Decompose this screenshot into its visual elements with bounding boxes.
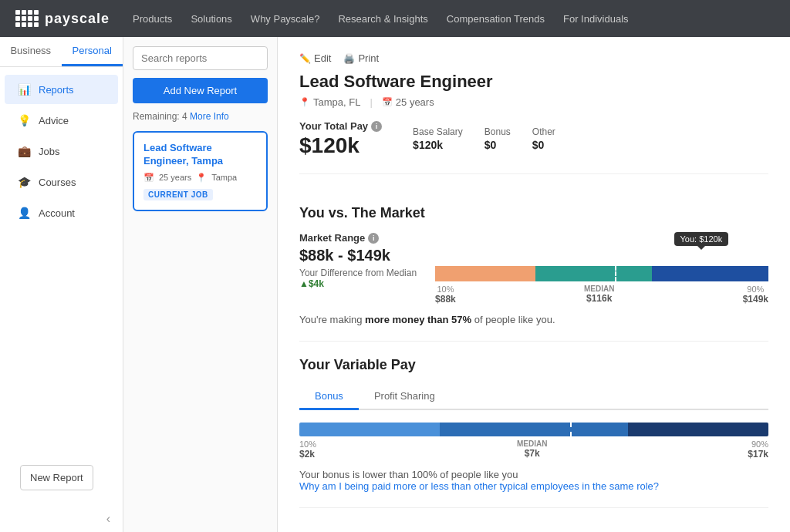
market-worth-title: Your Market Worth Over Time: [299, 514, 768, 532]
nav-items: Products Solutions Why Payscale? Researc…: [133, 13, 628, 25]
top-nav: payscale Products Solutions Why Payscale…: [0, 0, 790, 37]
years-meta: 25 years: [382, 96, 434, 108]
market-bar-area: You: $120k: [435, 232, 768, 305]
bar-label-low: 10% $88k: [435, 285, 456, 305]
edit-link[interactable]: Edit: [299, 52, 331, 64]
add-new-report-button[interactable]: Add New Report: [133, 78, 268, 103]
bonus-summary: Your bonus is lower than 100% of people …: [299, 469, 768, 492]
tab-business[interactable]: Business: [0, 37, 62, 66]
new-report-sidebar-button[interactable]: New Report: [20, 465, 93, 490]
calendar-icon: [382, 97, 393, 107]
sidebar-nav: 📊 Reports 💡 Advice 💼 Jobs 🎓 Courses 👤 Ac…: [0, 67, 123, 457]
logo[interactable]: payscale: [15, 10, 110, 27]
print-icon: [343, 52, 355, 64]
current-job-badge: CURRENT JOB: [143, 189, 213, 200]
bar-segment-high: [652, 266, 768, 281]
bar-tooltip-area: You: $120k: [435, 232, 768, 266]
sidebar-label-advice: Advice: [39, 115, 69, 126]
sidebar-item-advice[interactable]: 💡 Advice: [5, 106, 118, 135]
bonus-label-high: 90% $17k: [748, 439, 768, 460]
nav-products[interactable]: Products: [133, 13, 172, 25]
bonus-segment-high: [628, 423, 768, 436]
bonus-bar-container: 10% $2k MEDIAN $7k 90% $17k: [299, 423, 768, 460]
bonus-link[interactable]: Why am I being paid more or less than ot…: [299, 480, 659, 492]
market-worth-section: Your Market Worth Over Time: [299, 514, 768, 532]
nav-why[interactable]: Why Payscale?: [251, 13, 320, 25]
logo-dots: [15, 10, 39, 27]
market-summary: You're making more money than 57% of peo…: [299, 314, 768, 325]
main-content: Edit Print Lead Software Engineer Tampa,…: [278, 37, 790, 532]
bar-segment-mid: [535, 266, 652, 281]
sidebar-label-account: Account: [39, 207, 75, 219]
sidebar-label-reports: Reports: [39, 84, 74, 96]
bonus-label-low: 10% $2k: [299, 439, 316, 460]
location-meta: Tampa, FL: [299, 96, 360, 108]
report-card-title: Lead Software Engineer, Tampa: [143, 142, 257, 168]
middle-panel: Add New Report Remaining: 4 More Info Le…: [123, 37, 278, 532]
market-section: You vs. The Market Market Range i $88k -…: [299, 190, 768, 342]
nav-solutions[interactable]: Solutions: [191, 13, 231, 25]
sidebar-item-reports[interactable]: 📊 Reports: [5, 75, 118, 104]
market-summary-bold: more money than 57%: [365, 314, 471, 325]
varpay-tab-profit-sharing[interactable]: Profit Sharing: [359, 384, 451, 410]
tab-personal[interactable]: Personal: [62, 37, 123, 66]
reports-icon: 📊: [17, 82, 31, 96]
bonus-segment-low: [299, 423, 440, 436]
report-card[interactable]: Lead Software Engineer, Tampa 📅 25 years…: [133, 131, 268, 211]
report-card-meta: 📅 25 years 📍 Tampa: [143, 173, 257, 183]
content-inner: Edit Print Lead Software Engineer Tampa,…: [278, 37, 790, 532]
varpay-tab-bonus[interactable]: Bonus: [299, 384, 359, 410]
sidebar-item-courses[interactable]: 🎓 Courses: [5, 167, 118, 197]
sidebar-item-jobs[interactable]: 💼 Jobs: [5, 136, 118, 166]
variable-pay-section: Your Variable Pay Bonus Profit Sharing: [299, 342, 768, 508]
report-card-location-icon: 📍: [196, 173, 207, 183]
bar-label-high: 90% $149k: [743, 285, 768, 305]
courses-icon: 🎓: [17, 175, 31, 189]
bar-label-median: MEDIAN $116k: [584, 285, 614, 305]
market-range-value: $88k - $149k: [299, 247, 417, 264]
sidebar-item-account[interactable]: 👤 Account: [5, 198, 118, 227]
collapse-sidebar-button[interactable]: ‹: [0, 506, 123, 532]
variable-pay-title: Your Variable Pay: [299, 357, 768, 373]
left-sidebar: Business Personal 📊 Reports 💡 Advice 💼 J…: [0, 37, 123, 532]
bonus-labels: 10% $2k MEDIAN $7k 90% $17k: [299, 439, 768, 460]
sidebar-label-jobs: Jobs: [39, 146, 59, 157]
account-icon: 👤: [17, 206, 31, 220]
job-title: Lead Software Engineer: [299, 72, 768, 92]
total-pay-info-icon[interactable]: i: [371, 121, 382, 132]
total-pay: Your Total Pay i $120k: [299, 120, 382, 158]
diff-from-median: Your Difference from Median ▲$4k: [299, 268, 417, 289]
market-range-info-icon[interactable]: i: [368, 233, 379, 244]
pay-base-salary: Base Salary $120k: [413, 126, 463, 151]
report-card-location: Tampa: [211, 173, 237, 182]
advice-icon: 💡: [17, 113, 31, 127]
market-range-label: Market Range i: [299, 232, 417, 244]
action-bar: Edit Print: [299, 52, 768, 64]
pay-bonus: Bonus $0: [484, 126, 511, 151]
sidebar-label-courses: Courses: [39, 177, 76, 188]
nav-research[interactable]: Research & Insights: [338, 13, 427, 25]
bonus-segment-mid: [440, 423, 627, 436]
market-content: Market Range i $88k - $149k Your Differe…: [299, 232, 768, 305]
bar-segment-low: [435, 266, 535, 281]
nav-individuals[interactable]: For Individuals: [563, 13, 629, 25]
pay-other: Other $0: [532, 126, 555, 151]
market-bar: [435, 266, 768, 281]
layout: Business Personal 📊 Reports 💡 Advice 💼 J…: [0, 37, 790, 532]
search-input[interactable]: [133, 46, 268, 70]
bonus-dashed-line: [570, 423, 572, 436]
nav-compensation[interactable]: Compensation Trends: [447, 13, 545, 25]
diff-value: ▲$4k: [299, 278, 324, 289]
report-card-years-icon: 📅: [143, 173, 154, 183]
report-card-years: 25 years: [159, 173, 191, 182]
market-section-title: You vs. The Market: [299, 205, 768, 221]
job-meta: Tampa, FL | 25 years: [299, 96, 768, 108]
total-pay-amount: $120k: [299, 133, 382, 158]
edit-icon: [299, 52, 311, 64]
more-info-link[interactable]: More Info: [190, 111, 229, 122]
bonus-bar: [299, 423, 768, 436]
logo-text: payscale: [45, 11, 110, 27]
variable-pay-tabs: Bonus Profit Sharing: [299, 384, 768, 410]
print-link[interactable]: Print: [343, 52, 379, 64]
tab-bar: Business Personal: [0, 37, 123, 67]
